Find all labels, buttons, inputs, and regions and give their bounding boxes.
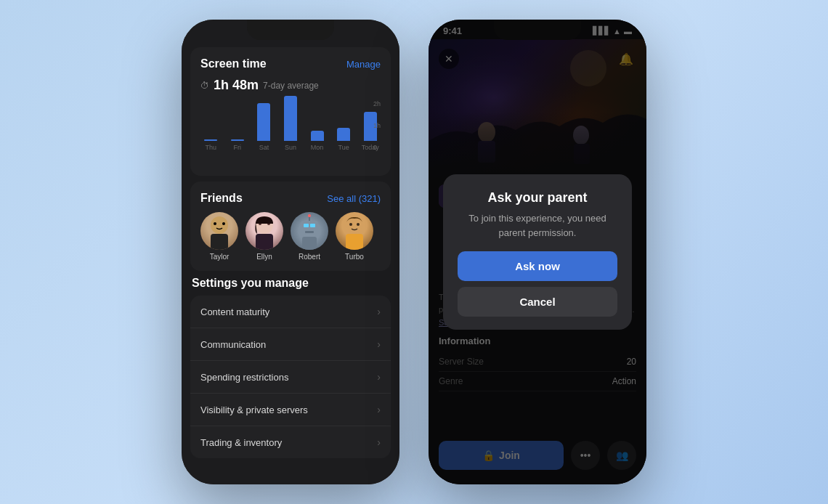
screen-time-chart: Thu Fri Sat <box>200 100 381 166</box>
settings-item-communication[interactable]: Communication › <box>190 328 391 361</box>
phone1-scroll-area[interactable]: Screen time Manage ⏱ 1h 48m 7-day averag… <box>182 20 399 484</box>
avatar-robert <box>291 212 328 250</box>
settings-label-spending: Spending restrictions <box>200 372 288 383</box>
phone-game-detail: 9:41 ▋▋▋ ▲ ▬ ✕ 🔔 <box>429 20 646 484</box>
svg-point-15 <box>346 217 362 233</box>
svg-rect-1 <box>211 234 228 250</box>
settings-label-content-maturity: Content maturity <box>200 306 269 317</box>
avatar-taylor <box>200 212 238 250</box>
bar-label-mon: Mon <box>311 144 324 151</box>
settings-label-visibility: Visibility & private servers <box>200 405 308 415</box>
svg-rect-11 <box>305 231 314 233</box>
svg-point-14 <box>308 214 311 217</box>
avatar-turbo <box>336 212 373 250</box>
ask-parent-modal: Ask your parent To join this experience,… <box>443 174 632 330</box>
bar-label-fri: Fri <box>234 144 242 151</box>
svg-point-18 <box>357 223 360 226</box>
modal-description: To join this experience, you need parent… <box>458 211 617 240</box>
bar-fri: Fri <box>227 139 248 151</box>
phone2-scroll-area: 9:41 ▋▋▋ ▲ ▬ ✕ 🔔 <box>429 20 646 484</box>
screen-time-value: 1h 48m <box>214 78 259 93</box>
friend-turbo[interactable]: Turbo <box>336 212 373 261</box>
chevron-icon-content-maturity: › <box>377 306 381 317</box>
settings-title: Settings you manage <box>190 277 391 290</box>
ask-now-button[interactable]: Ask now <box>458 251 617 281</box>
bar-sat: Sat <box>253 103 275 151</box>
svg-rect-8 <box>301 221 318 237</box>
friends-list: Taylor <box>200 212 381 261</box>
chart-y-axis: 2h 1h 0 <box>373 100 381 151</box>
svg-rect-12 <box>302 237 317 250</box>
phone-notch <box>247 20 334 40</box>
svg-point-2 <box>214 222 216 225</box>
friend-name-taylor: Taylor <box>210 253 230 261</box>
friend-robert[interactable]: Robert <box>291 212 328 261</box>
settings-label-communication: Communication <box>200 339 266 350</box>
settings-item-content-maturity[interactable]: Content maturity › <box>190 296 391 328</box>
svg-point-0 <box>211 216 228 234</box>
screen-time-title: Screen time <box>200 57 267 70</box>
y-label-2h: 2h <box>373 100 381 107</box>
y-label-0: 0 <box>373 144 381 151</box>
svg-rect-10 <box>310 224 315 227</box>
modal-overlay: Ask your parent To join this experience,… <box>429 20 646 484</box>
settings-item-visibility[interactable]: Visibility & private servers › <box>190 394 391 426</box>
clock-icon: ⏱ <box>200 81 209 91</box>
screen-time-section: Screen time Manage ⏱ 1h 48m 7-day averag… <box>190 47 391 176</box>
svg-point-17 <box>349 223 352 226</box>
bar-mon: Mon <box>307 131 328 151</box>
settings-item-trading[interactable]: Trading & inventory › <box>190 426 391 458</box>
bar-thu: Thu <box>200 139 222 151</box>
modal-title: Ask your parent <box>458 190 617 206</box>
chevron-icon-visibility: › <box>377 404 381 415</box>
bar-label-sun: Sun <box>285 144 296 151</box>
cancel-button[interactable]: Cancel <box>458 287 617 317</box>
chevron-icon-trading: › <box>377 436 381 448</box>
manage-link[interactable]: Manage <box>346 59 381 70</box>
friend-taylor[interactable]: Taylor <box>200 212 238 261</box>
svg-rect-16 <box>346 234 363 250</box>
friends-section: Friends See all (321) <box>190 182 391 271</box>
see-all-link[interactable]: See all (321) <box>327 193 381 204</box>
friend-name-robert: Robert <box>299 253 320 261</box>
chevron-icon-spending: › <box>377 371 381 383</box>
bar-sun: Sun <box>280 96 301 151</box>
bar-label-sat: Sat <box>259 144 269 151</box>
svg-rect-5 <box>256 234 273 250</box>
friend-name-ellyn: Ellyn <box>256 253 272 261</box>
bar-tue: Tue <box>333 128 354 151</box>
screen-time-sublabel: 7-day average <box>263 81 319 91</box>
bar-label-tue: Tue <box>338 144 349 151</box>
bar-label-thu: Thu <box>206 144 217 151</box>
settings-section: Settings you manage Content maturity › C… <box>190 277 391 458</box>
y-label-1h: 1h <box>373 122 381 129</box>
settings-item-spending[interactable]: Spending restrictions › <box>190 361 391 394</box>
friends-title: Friends <box>200 192 243 205</box>
svg-point-3 <box>222 222 225 225</box>
settings-label-trading: Trading & inventory <box>200 437 282 448</box>
svg-rect-9 <box>304 224 309 227</box>
settings-list: Content maturity › Communication › Spend… <box>190 296 391 458</box>
phone-screen-time: Screen time Manage ⏱ 1h 48m 7-day averag… <box>182 20 399 484</box>
avatar-ellyn <box>245 212 283 250</box>
chevron-icon-communication: › <box>377 338 381 350</box>
friend-name-turbo: Turbo <box>345 253 364 261</box>
friend-ellyn[interactable]: Ellyn <box>245 212 283 261</box>
